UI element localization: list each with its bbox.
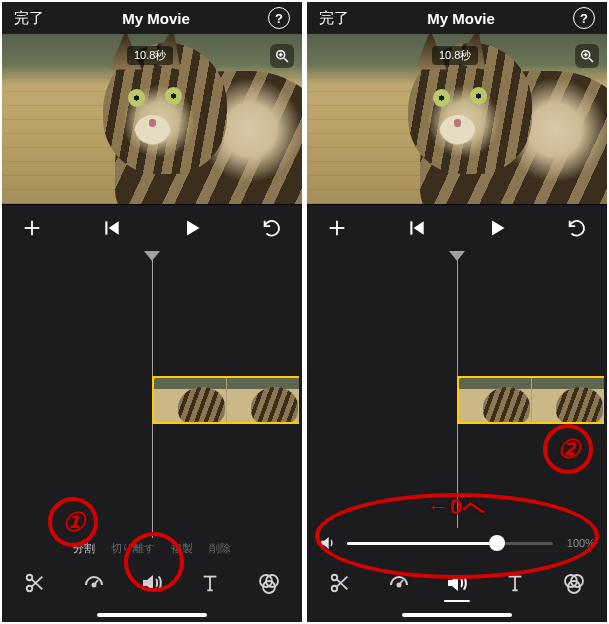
zoom-icon[interactable]	[575, 44, 599, 68]
done-button[interactable]: 完了	[319, 9, 349, 28]
transport-bar	[2, 204, 302, 251]
svg-rect-25	[410, 221, 412, 234]
clip-thumbnail	[531, 378, 604, 422]
svg-point-12	[92, 584, 95, 587]
svg-line-20	[589, 58, 593, 62]
annotation-step-1: ①	[48, 497, 98, 547]
filters-icon[interactable]	[555, 564, 593, 602]
annotation-ring-volume	[124, 532, 184, 592]
project-title: My Movie	[427, 10, 495, 27]
undo-icon[interactable]	[565, 216, 589, 240]
text-icon[interactable]	[191, 564, 229, 602]
preview-area[interactable]: 10.8秒	[2, 34, 302, 204]
transport-bar	[307, 204, 607, 251]
skip-back-icon[interactable]	[100, 216, 124, 240]
clip-thumbnail	[459, 378, 531, 422]
svg-point-27	[332, 586, 338, 592]
clip-thumbnail	[226, 378, 299, 422]
svg-point-7	[27, 575, 33, 581]
header-bar: 完了 My Movie ?	[307, 2, 607, 34]
play-icon[interactable]	[485, 216, 509, 240]
timeline-clip[interactable]	[457, 376, 604, 424]
project-title: My Movie	[122, 10, 190, 27]
annotation-slider-hint: ←0へ	[427, 492, 487, 522]
add-icon[interactable]	[20, 216, 44, 240]
svg-point-26	[332, 575, 338, 581]
preview-area[interactable]: 10.8秒	[307, 34, 607, 204]
zoom-icon[interactable]	[270, 44, 294, 68]
undo-icon[interactable]	[260, 216, 284, 240]
help-icon[interactable]: ?	[268, 7, 290, 29]
timeline-area[interactable]	[307, 251, 607, 528]
clip-thumbnail	[154, 378, 226, 422]
svg-line-1	[284, 58, 288, 62]
duration-badge: 10.8秒	[432, 46, 478, 65]
svg-point-31	[397, 584, 400, 587]
skip-back-icon[interactable]	[405, 216, 429, 240]
scissors-icon[interactable]	[16, 564, 54, 602]
speed-icon[interactable]	[75, 564, 113, 602]
action-delete[interactable]: 削除	[209, 541, 231, 556]
timeline-clip[interactable]	[152, 376, 299, 424]
add-icon[interactable]	[325, 216, 349, 240]
done-button[interactable]: 完了	[14, 9, 44, 28]
timeline-area[interactable]	[2, 251, 302, 538]
annotation-step-2: ②	[543, 424, 593, 474]
filters-icon[interactable]	[250, 564, 288, 602]
svg-point-8	[27, 586, 33, 592]
header-bar: 完了 My Movie ?	[2, 2, 302, 34]
duration-badge: 10.8秒	[127, 46, 173, 65]
help-icon[interactable]: ?	[573, 7, 595, 29]
phone-screen-right: 完了 My Movie ? 10.8秒	[307, 2, 607, 622]
home-indicator[interactable]	[307, 608, 607, 622]
play-icon[interactable]	[180, 216, 204, 240]
svg-rect-6	[105, 221, 107, 234]
home-indicator[interactable]	[2, 608, 302, 622]
scissors-icon[interactable]	[321, 564, 359, 602]
phone-screen-left: 完了 My Movie ? 10.8秒	[2, 2, 302, 622]
